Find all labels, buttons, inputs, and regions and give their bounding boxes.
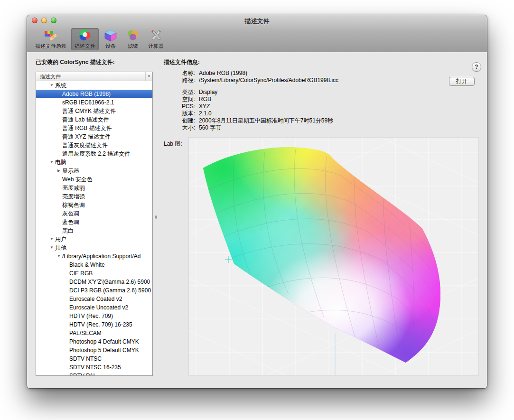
lab-gamut-3d-view <box>189 138 478 375</box>
tree-item-label: Euroscale Coated v2 <box>69 295 122 303</box>
tree-item[interactable]: ▼/Library/Application Support/Ad <box>36 252 152 261</box>
toolbar-item-label: 描述文件急救 <box>35 43 66 50</box>
title-bar[interactable]: 描述文件 <box>27 15 487 26</box>
disclosure-spacer <box>63 355 69 363</box>
tree-item-label: Adobe RGB (1998) <box>62 90 111 98</box>
tree-item[interactable]: 普通 CMYK 描述文件 <box>36 107 152 115</box>
tree-item[interactable]: 亮度减弱 <box>36 184 152 192</box>
disclosure-triangle-icon[interactable]: ▼ <box>56 252 62 261</box>
lab-gamut-plot[interactable] <box>188 137 479 376</box>
info-field-row: 类型:Display <box>164 89 338 96</box>
toolbar-item-devices[interactable]: 设备 <box>100 28 121 50</box>
tree-item[interactable]: Photoshop 5 Default CMYK <box>36 346 152 355</box>
tree-item[interactable]: ▶显示器 <box>36 167 152 175</box>
tree-item[interactable]: 亮度增强 <box>36 192 152 201</box>
tree-item-label: 普通 CMYK 描述文件 <box>62 107 116 115</box>
tree-item[interactable]: 普通 RGB 描述文件 <box>36 124 152 132</box>
tree-item[interactable]: ▼系统 <box>36 81 152 90</box>
disclosure-spacer <box>63 286 69 295</box>
tree-item-label: SDTV NTSC 16-235 <box>69 363 121 372</box>
info-field-value: Display <box>199 89 217 96</box>
help-button[interactable]: ? <box>472 62 481 72</box>
info-field-row: 空间:RGB <box>164 96 338 103</box>
disclosure-triangle-icon[interactable]: ▼ <box>48 235 55 243</box>
tree-item-label: 普通 XYZ 描述文件 <box>62 132 111 141</box>
window-title: 描述文件 <box>27 17 487 26</box>
disclosure-triangle-icon[interactable]: ▼ <box>48 243 55 252</box>
toolbar-item-label: 设备 <box>105 43 116 50</box>
tree-item-label: 亮度增强 <box>62 192 85 201</box>
toolbar-item-profiles[interactable]: 描述文件 <box>71 28 99 50</box>
filters-icon <box>126 29 140 42</box>
tree-item[interactable]: 棕褐色调 <box>36 201 152 209</box>
tree-item[interactable]: 灰色调 <box>36 209 152 218</box>
sidebar-heading: 已安装的 ColorSync 描述文件: <box>36 58 115 66</box>
info-field-label: 空间: <box>164 96 195 103</box>
info-field-label: 大小: <box>164 124 195 131</box>
disclosure-spacer <box>63 312 69 320</box>
tree-item[interactable]: 普通 Lab 描述文件 <box>36 115 152 124</box>
info-fields: 名称:Adobe RGB (1998)路径:/System/Library/Co… <box>164 70 338 131</box>
tree-item[interactable]: ▼电脑 <box>36 158 152 167</box>
tree-item[interactable]: SDTV NTSC 16-235 <box>36 363 152 372</box>
tree-item[interactable]: Euroscale Uncoated v2 <box>36 303 152 312</box>
tree-item-label: Photoshop 4 Default CMYK <box>69 337 139 346</box>
info-field-value: /System/Library/ColorSync/Profiles/Adobe… <box>199 77 338 84</box>
disclosure-triangle-icon[interactable]: ▼ <box>48 158 55 167</box>
toolbar-item-filters[interactable]: 滤镜 <box>122 28 143 50</box>
tree-item[interactable]: PAL/SECAM <box>36 329 152 337</box>
toolbar-item-calculator[interactable]: 计算器 <box>145 28 167 50</box>
tree-item[interactable]: SDTV PAL <box>36 372 152 375</box>
gamut-solid <box>189 138 478 375</box>
tree-item-label: 黑白 <box>62 226 74 235</box>
tree-item[interactable]: Adobe RGB (1998) <box>36 90 152 98</box>
tree-item[interactable]: ▼其他 <box>36 243 152 252</box>
tree-item[interactable]: DCDM X'Y'Z'(Gamma 2.6) 5900 <box>36 278 152 286</box>
tree-item-label: Black & White <box>69 261 105 269</box>
tree-item-label: Photoshop 5 Default CMYK <box>69 346 139 355</box>
tree-item[interactable]: Black & White <box>36 261 152 269</box>
tree-item[interactable]: HDTV (Rec. 709) <box>36 312 152 320</box>
profile-list-column-header[interactable]: 描述文件 ▼ <box>36 72 152 81</box>
tree-item-label: 普通灰度描述文件 <box>62 141 108 149</box>
toolbar-item-label: 计算器 <box>148 43 164 50</box>
tree-item[interactable]: 普通 XYZ 描述文件 <box>36 132 152 141</box>
disclosure-spacer <box>56 192 62 201</box>
tree-item-label: HDTV (Rec. 709) <box>69 312 113 320</box>
tree-item-label: SDTV PAL <box>69 372 96 375</box>
profile-list-rows: ▼系统Adobe RGB (1998)sRGB IEC61966-2.1普通 C… <box>36 81 152 375</box>
tree-item[interactable]: Euroscale Coated v2 <box>36 295 152 303</box>
profile-list: 描述文件 ▼ ▼系统Adobe RGB (1998)sRGB IEC61966-… <box>36 72 153 376</box>
info-field-row: 版本:2.1.0 <box>164 110 338 117</box>
tree-item-label: 其他 <box>55 243 66 252</box>
tree-item-label: 显示器 <box>62 167 79 175</box>
tree-item[interactable]: ▼用户 <box>36 235 152 243</box>
toolbar: 描述文件急救 描述文件 <box>27 26 487 52</box>
toolbar-item-label: 描述文件 <box>75 43 95 50</box>
tree-item[interactable]: sRGB IEC61966-2.1 <box>36 98 152 107</box>
tree-item[interactable]: 通用灰度系数 2.2 描述文件 <box>36 149 152 158</box>
open-button[interactable]: 打开 <box>449 77 475 86</box>
disclosure-spacer <box>56 90 62 98</box>
tree-item[interactable]: 蓝色调 <box>36 218 152 226</box>
window-chrome: 描述文件 描述文件急救 <box>27 15 487 52</box>
lab-plot-label: Lab 图: <box>164 140 182 148</box>
column-header-popup-icon[interactable]: ▼ <box>145 72 152 81</box>
tree-item[interactable]: DCI P3 RGB (Gamma 2.6) 5900 <box>36 286 152 295</box>
disclosure-triangle-icon[interactable]: ▶ <box>56 167 62 175</box>
disclosure-spacer <box>56 149 62 158</box>
tree-item[interactable]: HDTV (Rec. 709) 16-235 <box>36 320 152 329</box>
tree-item[interactable]: 黑白 <box>36 226 152 235</box>
pane-splitter-handle[interactable] <box>155 215 157 219</box>
profile-first-aid-icon <box>44 29 58 42</box>
info-field-row: 名称:Adobe RGB (1998) <box>164 70 338 77</box>
tree-item[interactable]: CIE RGB <box>36 269 152 278</box>
disclosure-spacer <box>63 269 69 278</box>
disclosure-triangle-icon[interactable]: ▼ <box>48 81 55 90</box>
tree-item[interactable]: SDTV NTSC <box>36 355 152 363</box>
tree-item-label: HDTV (Rec. 709) 16-235 <box>69 320 132 329</box>
toolbar-item-profile-first-aid[interactable]: 描述文件急救 <box>32 28 70 50</box>
tree-item[interactable]: Web 安全色 <box>36 175 152 184</box>
tree-item[interactable]: 普通灰度描述文件 <box>36 141 152 149</box>
tree-item[interactable]: Photoshop 4 Default CMYK <box>36 337 152 346</box>
